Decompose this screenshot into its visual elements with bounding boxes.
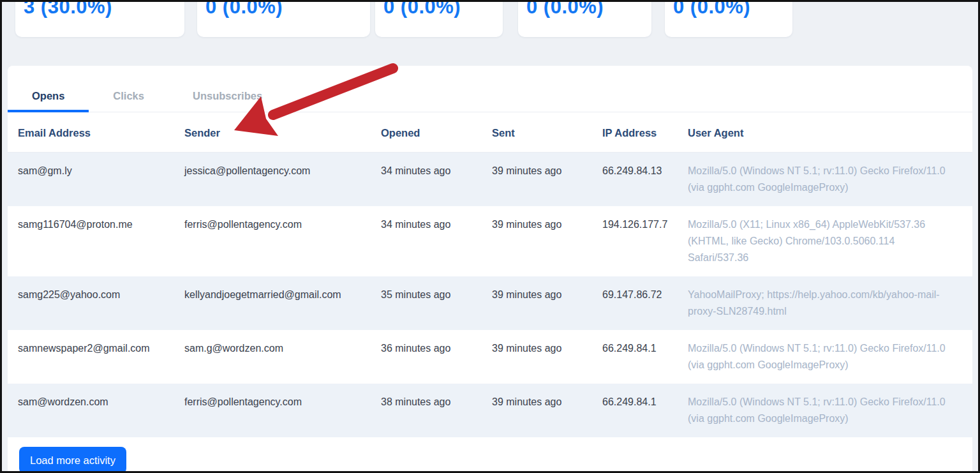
tab-unsubscribes[interactable]: Unsubscribes bbox=[168, 82, 286, 112]
cell-sent: 39 minutes ago bbox=[492, 163, 602, 179]
cell-sender: jessica@pollentagency.com bbox=[184, 163, 381, 179]
cell-user-agent: Mozilla/5.0 (Windows NT 5.1; rv:11.0) Ge… bbox=[688, 394, 949, 427]
cell-opened: 36 minutes ago bbox=[381, 340, 492, 357]
th-email-address: Email Address bbox=[18, 126, 184, 139]
page: 3 (30.0%) 0 (0.0%) 0 (0.0%) 0 (0.0%) 0 (… bbox=[0, 0, 980, 473]
cell-sender: ferris@pollentagency.com bbox=[184, 216, 381, 233]
cell-ip: 194.126.177.7 bbox=[602, 216, 688, 233]
stat-card: 0 (0.0%) bbox=[375, 0, 503, 37]
cell-opened: 38 minutes ago bbox=[381, 394, 492, 410]
stat-value: 0 (0.0%) bbox=[673, 0, 792, 19]
stat-card: 0 (0.0%) bbox=[665, 0, 792, 37]
cell-sent: 39 minutes ago bbox=[492, 287, 602, 303]
stat-card: 3 (30.0%) bbox=[15, 0, 184, 37]
table-body: sam@gm.ly jessica@pollentagency.com 34 m… bbox=[8, 153, 972, 437]
cell-ip: 66.249.84.1 bbox=[602, 340, 688, 357]
tab-clicks[interactable]: Clicks bbox=[89, 82, 168, 112]
stat-value: 0 (0.0%) bbox=[205, 0, 370, 19]
cell-user-agent: YahooMailProxy; https://help.yahoo.com/k… bbox=[688, 287, 949, 320]
cell-sent: 39 minutes ago bbox=[492, 394, 602, 410]
th-sender: Sender bbox=[184, 126, 381, 139]
cell-opened: 34 minutes ago bbox=[381, 216, 492, 233]
cell-email: samnewspaper2@gmail.com bbox=[18, 340, 184, 357]
stat-value: 3 (30.0%) bbox=[24, 0, 184, 19]
cell-email: samg116704@proton.me bbox=[18, 216, 184, 233]
tab-opens[interactable]: Opens bbox=[8, 82, 89, 112]
cell-sent: 39 minutes ago bbox=[492, 216, 602, 233]
table-row: samg225@yahoo.com kellyandjoegetmarried@… bbox=[8, 276, 972, 330]
th-user-agent: User Agent bbox=[688, 126, 949, 139]
cell-opened: 35 minutes ago bbox=[381, 287, 492, 303]
stat-value: 0 (0.0%) bbox=[383, 0, 503, 19]
cell-email: samg225@yahoo.com bbox=[18, 287, 184, 303]
cell-user-agent: Mozilla/5.0 (X11; Linux x86_64) AppleWeb… bbox=[688, 216, 949, 266]
cell-user-agent: Mozilla/5.0 (Windows NT 5.1; rv:11.0) Ge… bbox=[688, 163, 949, 196]
cell-ip: 66.249.84.1 bbox=[602, 394, 688, 410]
cell-sender: kellyandjoegetmarried@gmail.com bbox=[184, 287, 381, 303]
activity-panel: Opens Clicks Unsubscribes Email Address … bbox=[8, 66, 972, 473]
cell-sender: ferris@pollentagency.com bbox=[184, 394, 381, 410]
th-opened: Opened bbox=[381, 126, 492, 139]
stat-card: 0 (0.0%) bbox=[518, 0, 651, 37]
table-row: samnewspaper2@gmail.com sam.g@wordzen.co… bbox=[8, 330, 972, 384]
cell-user-agent: Mozilla/5.0 (Windows NT 5.1; rv:11.0) Ge… bbox=[688, 340, 949, 373]
activity-table: Email Address Sender Opened Sent IP Addr… bbox=[8, 112, 972, 437]
stat-card: 0 (0.0%) bbox=[197, 0, 370, 37]
load-more-activity-button[interactable]: Load more activity bbox=[19, 447, 126, 473]
stat-value: 0 (0.0%) bbox=[526, 0, 651, 19]
table-row: samg116704@proton.me ferris@pollentagenc… bbox=[8, 206, 972, 276]
table-row: sam@gm.ly jessica@pollentagency.com 34 m… bbox=[8, 153, 972, 206]
cell-ip: 66.249.84.13 bbox=[602, 163, 688, 179]
cell-sender: sam.g@wordzen.com bbox=[184, 340, 381, 357]
cell-email: sam@gm.ly bbox=[18, 163, 184, 179]
th-sent: Sent bbox=[492, 126, 602, 139]
cell-opened: 34 minutes ago bbox=[381, 163, 492, 179]
table-header-row: Email Address Sender Opened Sent IP Addr… bbox=[8, 112, 972, 153]
activity-tabs: Opens Clicks Unsubscribes bbox=[8, 66, 972, 112]
th-ip-address: IP Address bbox=[602, 126, 688, 139]
cell-email: sam@wordzen.com bbox=[18, 394, 184, 410]
table-row: sam@wordzen.com ferris@pollentagency.com… bbox=[8, 384, 972, 437]
cell-sent: 39 minutes ago bbox=[492, 340, 602, 357]
cell-ip: 69.147.86.72 bbox=[602, 287, 688, 303]
